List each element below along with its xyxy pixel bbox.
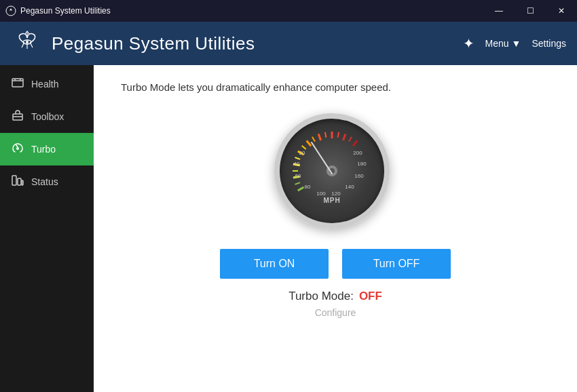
settings-button[interactable]: Settings (532, 38, 566, 49)
sidebar-item-toolbox[interactable]: Toolbox (0, 100, 94, 133)
svg-rect-10 (12, 176, 16, 185)
maximize-button[interactable]: ☐ (515, 0, 546, 22)
header-title: Pegasun System Utilities (52, 33, 255, 54)
svg-line-20 (302, 146, 306, 149)
configure-link[interactable]: Configure (315, 307, 356, 318)
svg-text:80: 80 (305, 184, 311, 190)
speedometer-container: 20 40 60 80 100 120 140 160 180 200 (274, 113, 396, 235)
menu-arrow-icon: ▼ (512, 38, 521, 49)
svg-line-24 (325, 132, 326, 138)
svg-text:200: 200 (353, 150, 362, 156)
svg-line-26 (338, 132, 339, 138)
sidebar: Health Toolbox Turbo (0, 65, 94, 392)
health-icon (11, 77, 24, 91)
header-right: ✦ Menu ▼ Settings (463, 35, 566, 52)
sidebar-item-status[interactable]: Status (0, 165, 94, 198)
speedometer-svg: 20 40 60 80 100 120 140 160 180 200 (280, 119, 384, 223)
minimize-button[interactable]: — (483, 0, 515, 22)
turbo-icon (11, 142, 24, 156)
sidebar-item-health[interactable]: Health (0, 68, 94, 100)
svg-rect-3 (12, 79, 23, 87)
svg-line-18 (295, 157, 300, 159)
menu-button[interactable]: Menu ▼ (485, 38, 521, 49)
svg-text:120: 120 (331, 191, 341, 197)
turbo-mode-label: Turbo Mode: (288, 290, 354, 303)
turbo-mode-value: OFF (359, 290, 382, 303)
speedometer-label: MPH (323, 197, 340, 204)
svg-text:140: 140 (345, 184, 354, 190)
svg-line-13 (298, 187, 304, 191)
turn-off-button[interactable]: Turn OFF (342, 249, 451, 279)
logo-icon (11, 27, 43, 60)
close-button[interactable]: ✕ (546, 0, 577, 22)
svg-point-5 (14, 79, 16, 81)
svg-text:20: 20 (299, 150, 305, 156)
toolbox-icon (11, 110, 24, 123)
sidebar-label-status: Status (31, 176, 58, 187)
svg-line-21 (307, 141, 311, 146)
svg-line-29 (353, 141, 357, 146)
speedometer: 20 40 60 80 100 120 140 160 180 200 (274, 113, 390, 229)
svg-text:60: 60 (295, 173, 301, 179)
svg-line-42 (312, 142, 332, 174)
turn-on-button[interactable]: Turn ON (220, 249, 329, 279)
sidebar-item-turbo[interactable]: Turbo (0, 133, 94, 165)
svg-line-28 (349, 137, 352, 142)
svg-text:180: 180 (357, 161, 367, 167)
sidebar-label-toolbox: Toolbox (31, 111, 64, 122)
svg-text:100: 100 (316, 191, 326, 197)
title-bar-controls: — ☐ ✕ (483, 0, 577, 22)
svg-text:160: 160 (354, 173, 364, 179)
svg-line-22 (312, 137, 315, 142)
titlebar-title: Pegasun System Utilities (20, 6, 111, 16)
app-logo (11, 27, 43, 60)
sidebar-label-health: Health (31, 79, 58, 90)
menu-label: Menu (485, 38, 509, 49)
svg-line-14 (295, 182, 300, 184)
content-area: Turbo Mode lets you dramatically enhance… (94, 65, 577, 392)
header-left: Pegasun System Utilities (11, 27, 255, 60)
content-body: Turbo Mode lets you dramatically enhance… (94, 65, 577, 392)
turbo-status-row: Turbo Mode: OFF (288, 290, 382, 303)
header-bar: Pegasun System Utilities ✦ Menu ▼ Settin… (0, 22, 577, 65)
svg-rect-12 (22, 180, 23, 185)
svg-point-6 (20, 79, 21, 81)
svg-rect-11 (18, 178, 21, 185)
sidebar-label-turbo: Turbo (31, 144, 56, 155)
svg-text:40: 40 (294, 161, 300, 167)
app-icon (5, 5, 16, 16)
title-bar-left: Pegasun System Utilities (5, 5, 111, 16)
star-icon: ✦ (463, 35, 474, 52)
title-bar: Pegasun System Utilities — ☐ ✕ (0, 0, 577, 22)
status-icon (11, 175, 24, 189)
main-layout: Health Toolbox Turbo (0, 65, 577, 392)
description-text: Turbo Mode lets you dramatically enhance… (121, 81, 391, 93)
svg-line-23 (318, 134, 320, 140)
svg-line-27 (343, 134, 345, 140)
buttons-row: Turn ON Turn OFF (220, 249, 451, 279)
svg-point-0 (6, 6, 16, 16)
svg-point-2 (26, 41, 29, 43)
